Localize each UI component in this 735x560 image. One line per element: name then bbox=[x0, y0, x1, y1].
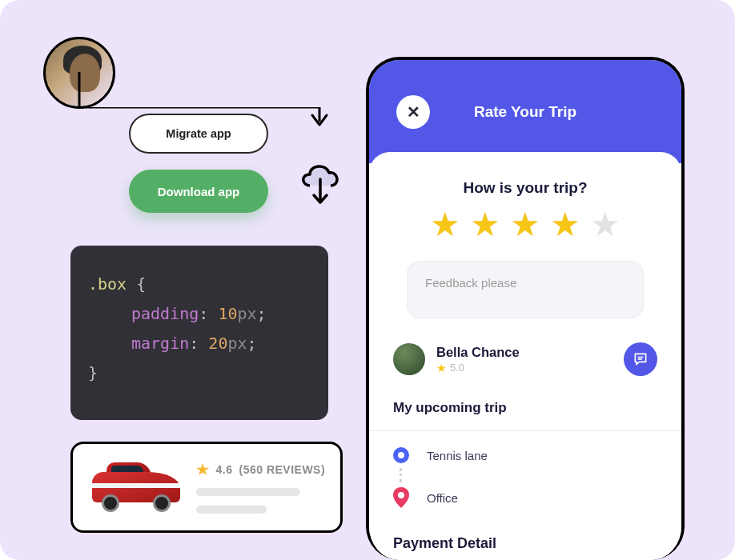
download-label: Download app bbox=[158, 185, 240, 198]
destination-pin-icon bbox=[393, 487, 409, 508]
product-rating-value: 4.6 bbox=[216, 463, 233, 476]
css-val-2: 20 bbox=[208, 334, 227, 353]
driver-rating: ★ 5.0 bbox=[436, 362, 612, 374]
car-image bbox=[87, 458, 185, 517]
star-icon: ★ bbox=[436, 362, 447, 374]
close-button[interactable]: ✕ bbox=[396, 95, 430, 129]
phone-mockup: ✕ Rate Your Trip How is your trip? ★ ★ ★… bbox=[366, 57, 685, 560]
css-prop-1: padding bbox=[131, 304, 199, 323]
driver-row: Bella Chance ★ 5.0 bbox=[393, 342, 657, 376]
star-3[interactable]: ★ bbox=[510, 208, 540, 242]
origin-pin-icon bbox=[393, 447, 409, 463]
css-unit-1: px bbox=[237, 304, 256, 323]
feedback-input[interactable]: Feedback please bbox=[407, 261, 644, 318]
product-rating: ★ 4.6 (560 REVIEWS) bbox=[196, 461, 326, 478]
migrate-label: Migrate app bbox=[166, 127, 231, 140]
route-dots-icon bbox=[400, 468, 657, 482]
trip-list: Tennis lane Office bbox=[369, 430, 681, 513]
flow-arrow-stem-icon bbox=[78, 72, 81, 109]
rate-question: How is your trip? bbox=[393, 179, 657, 197]
feedback-placeholder: Feedback please bbox=[425, 276, 516, 290]
rating-stars: ★ ★ ★ ★ ★ bbox=[393, 208, 657, 242]
css-code-block: .box { padding: 10px; margin: 20px; } bbox=[70, 246, 328, 420]
chat-button[interactable] bbox=[624, 342, 657, 376]
upcoming-trip-header: My upcoming trip bbox=[393, 400, 657, 416]
origin-label: Tennis lane bbox=[427, 449, 488, 462]
destination-label: Office bbox=[427, 491, 458, 505]
trip-origin-row: Tennis lane bbox=[393, 442, 657, 468]
driver-avatar bbox=[393, 343, 425, 375]
star-2[interactable]: ★ bbox=[470, 208, 500, 242]
star-icon: ★ bbox=[196, 461, 210, 478]
skeleton-line bbox=[196, 506, 267, 514]
css-unit-2: px bbox=[227, 334, 247, 353]
skeleton-line bbox=[196, 488, 300, 496]
close-icon: ✕ bbox=[407, 102, 420, 122]
star-1[interactable]: ★ bbox=[430, 208, 460, 242]
css-prop-2: margin bbox=[131, 334, 189, 353]
css-val-1: 10 bbox=[218, 304, 237, 323]
star-5[interactable]: ★ bbox=[590, 208, 621, 242]
payment-detail-header: Payment Detail bbox=[393, 535, 657, 552]
phone-header: ✕ Rate Your Trip bbox=[369, 60, 681, 163]
star-4[interactable]: ★ bbox=[550, 208, 580, 242]
product-review-count: (560 REVIEWS) bbox=[239, 463, 325, 476]
driver-name: Bella Chance bbox=[436, 345, 612, 360]
css-selector: .box bbox=[88, 274, 127, 294]
trip-destination-row: Office bbox=[393, 482, 657, 513]
cloud-download-icon bbox=[294, 157, 347, 210]
migrate-app-button[interactable]: Migrate app bbox=[129, 114, 268, 154]
chat-icon bbox=[633, 351, 649, 367]
svg-point-4 bbox=[398, 492, 404, 498]
driver-rating-value: 5.0 bbox=[450, 362, 464, 374]
download-app-button[interactable]: Download app bbox=[129, 170, 268, 213]
product-card: ★ 4.6 (560 REVIEWS) bbox=[70, 442, 343, 533]
